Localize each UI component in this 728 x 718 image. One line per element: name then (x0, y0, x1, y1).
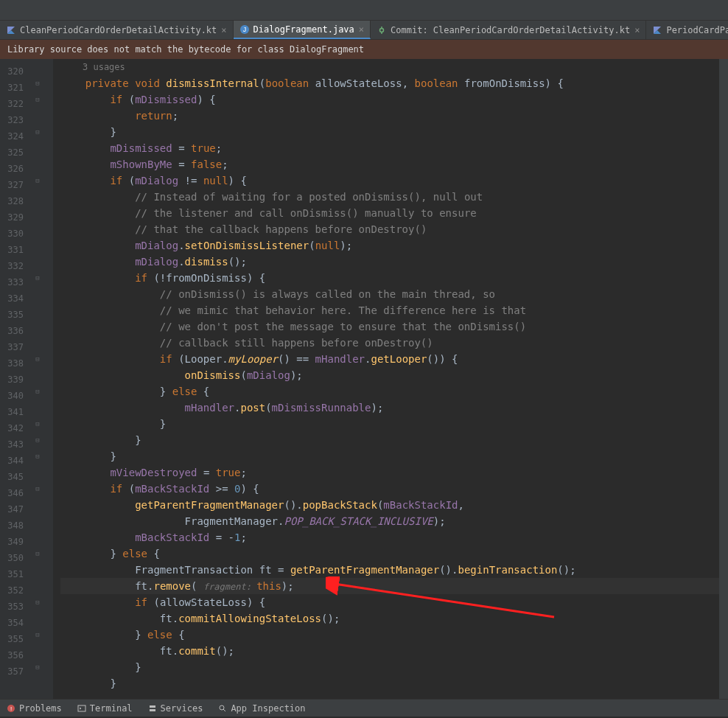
bytecode-warning-banner: Library source does not match the byteco… (0, 40, 728, 59)
code-line: // we mimic that behavior here. The diff… (60, 302, 719, 318)
tab-commit[interactable]: Commit: CleanPeriodCardOrderDetailActivi… (371, 21, 646, 39)
fold-marker[interactable]: ⊟ (34, 128, 41, 136)
line-number: 352 (0, 582, 24, 599)
code-line: mShownByMe = false; (60, 156, 719, 172)
services-icon (147, 703, 158, 714)
code-line: } else { (60, 383, 719, 400)
tab-label: Commit: CleanPeriodCardOrderDetailActivi… (391, 25, 630, 35)
code-line: mDismissed = true; (60, 140, 719, 156)
code-line: private void dismissInternal(boolean all… (60, 75, 719, 91)
svg-rect-13 (150, 709, 155, 711)
line-number: 351 (0, 566, 24, 582)
line-number: 320 (0, 63, 24, 80)
line-number: 354 (0, 615, 24, 631)
line-number: 322 (0, 96, 24, 112)
terminal-tool-button[interactable]: Terminal (77, 703, 133, 714)
fold-marker[interactable]: ⊟ (34, 550, 41, 557)
code-line: if (mBackStackId >= 0) { (60, 481, 719, 497)
line-number: 350 (0, 550, 24, 566)
code-line: ft.commit(); (60, 643, 719, 659)
warning-text: Library source does not match the byteco… (7, 44, 364, 55)
fold-marker[interactable]: ⊟ (34, 599, 41, 606)
vertical-scrollbar[interactable] (719, 59, 728, 699)
line-number: 340 (0, 388, 24, 404)
terminal-icon (77, 703, 87, 714)
code-line: // the listener and call onDismiss() man… (60, 205, 719, 221)
svg-text:!: ! (10, 705, 12, 712)
tab-dialog-fragment[interactable]: J DialogFragment.java × (234, 21, 371, 39)
svg-rect-12 (150, 705, 155, 708)
line-number: 323 (0, 112, 24, 128)
fold-marker[interactable]: ⊟ (34, 631, 41, 638)
code-line: if (mDialog != null) { (60, 172, 719, 189)
fold-marker[interactable]: ⊟ (34, 274, 41, 282)
code-line: getParentFragmentManager().popBackStack(… (60, 497, 719, 513)
line-number: 326 (0, 161, 24, 177)
fold-marker[interactable]: ⊟ (34, 420, 41, 428)
tool-label: Services (161, 703, 203, 714)
code-content[interactable]: 3 usages private void dismissInternal(bo… (53, 59, 719, 699)
line-number: 355 (0, 631, 24, 647)
code-line: mDialog.dismiss(); (60, 254, 719, 270)
tool-window-bar: ! Problems Terminal Services App Inspect… (0, 699, 728, 717)
inspect-icon (217, 703, 228, 714)
tab-pause-dialog[interactable]: PeriodCardPauseServiceDialog.kt × (646, 21, 728, 39)
services-tool-button[interactable]: Services (147, 703, 203, 714)
code-editor[interactable]: 3203213223233243253263273283293303313323… (0, 59, 728, 699)
line-number: 343 (0, 436, 24, 453)
tab-clean-period-activity[interactable]: CleanPeriodCardOrderDetailActivity.kt × (0, 21, 234, 39)
code-line: } else { (60, 627, 719, 643)
tool-label: Terminal (90, 703, 133, 714)
fold-marker[interactable]: ⊟ (34, 355, 41, 363)
fold-marker[interactable]: ⊟ (34, 453, 41, 460)
line-number: 335 (0, 307, 24, 323)
code-line: } (60, 675, 719, 691)
code-line: // onDismiss() is always called on the m… (60, 286, 719, 302)
code-line: if (Looper.myLooper() == mHandler.getLoo… (60, 351, 719, 367)
java-icon: J (239, 24, 250, 35)
close-icon[interactable]: × (221, 25, 226, 35)
line-number: 331 (0, 242, 24, 258)
tool-label: App Inspection (231, 703, 305, 714)
code-line: mViewDestroyed = true; (60, 464, 719, 481)
problems-tool-button[interactable]: ! Problems (6, 703, 62, 714)
code-line: if (allowStateLoss) { (60, 594, 719, 610)
line-number: 337 (0, 339, 24, 355)
fold-marker[interactable]: ⊟ (34, 485, 41, 492)
line-number: 342 (0, 420, 24, 436)
code-line: if (mDismissed) { (60, 91, 719, 108)
tool-label: Problems (19, 703, 62, 714)
fold-marker[interactable]: ⊟ (34, 177, 41, 184)
code-line: mDialog.setOnDismissListener(null); (60, 237, 719, 254)
svg-line-15 (223, 709, 225, 711)
code-line: } (60, 448, 719, 464)
line-number: 332 (0, 258, 24, 274)
close-icon[interactable]: × (634, 25, 640, 35)
code-line-current: ft.remove( fragment: this); (60, 578, 719, 594)
code-line: // that the callback happens before onDe… (60, 221, 719, 237)
fold-marker[interactable]: ⊟ (34, 436, 41, 444)
code-line: } (60, 124, 719, 140)
fold-marker[interactable]: ⊟ (34, 96, 41, 103)
close-icon[interactable]: × (359, 24, 364, 35)
fold-marker[interactable]: ⊟ (34, 388, 41, 395)
line-number: 341 (0, 404, 24, 420)
editor-tabs-bar: CleanPeriodCardOrderDetailActivity.kt × … (0, 21, 728, 40)
line-number: 357 (0, 663, 24, 680)
code-line: onDismiss(mDialog); (60, 367, 719, 383)
fold-marker[interactable]: ⊟ (34, 663, 41, 671)
app-inspection-tool-button[interactable]: App Inspection (217, 703, 305, 714)
code-line: // Instead of waiting for a posted onDis… (60, 189, 719, 205)
fold-marker[interactable]: ⊟ (34, 80, 41, 87)
usages-hint[interactable]: 3 usages (83, 59, 719, 75)
git-commit-icon (377, 25, 387, 35)
line-number: 345 (0, 469, 24, 485)
kotlin-icon (6, 25, 16, 35)
code-line: if (!fromOnDismiss) { (60, 270, 719, 286)
code-line: // we don't post the message to ensure t… (60, 318, 719, 335)
svg-text:J: J (242, 26, 246, 33)
line-number-gutter: 3203213223233243253263273283293303313323… (0, 59, 31, 699)
line-number: 339 (0, 372, 24, 388)
tab-label: PeriodCardPauseServiceDialog.kt (666, 25, 728, 35)
tab-label: DialogFragment.java (253, 24, 354, 35)
